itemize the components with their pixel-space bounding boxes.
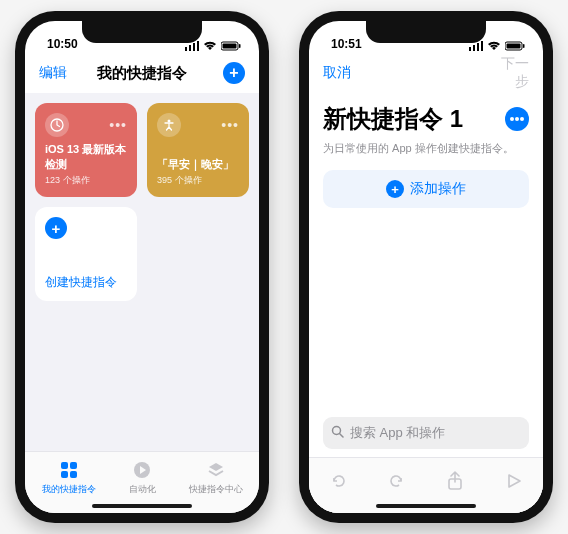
search-field[interactable]: 搜索 App 和操作 <box>323 417 529 449</box>
shortcut-card[interactable]: ••• 「早安｜晚安」 395 个操作 <box>147 103 249 197</box>
svg-rect-15 <box>473 45 475 51</box>
svg-point-8 <box>168 120 171 123</box>
home-indicator[interactable] <box>376 504 476 508</box>
status-indicators <box>469 41 525 51</box>
create-label: 创建快捷指令 <box>45 274 127 291</box>
redo-button[interactable] <box>386 470 408 492</box>
cancel-button[interactable]: 取消 <box>323 64 363 82</box>
tab-label: 快捷指令中心 <box>189 483 243 496</box>
next-button[interactable]: 下一步 <box>489 55 529 91</box>
tab-label: 自动化 <box>129 483 156 496</box>
create-shortcut-card[interactable]: + 创建快捷指令 <box>35 207 137 301</box>
page-title: 我的快捷指令 <box>79 64 205 83</box>
svg-rect-20 <box>523 44 525 48</box>
screen-left: 10:50 编辑 我的快捷指令 + <box>25 21 259 513</box>
svg-rect-3 <box>197 41 199 51</box>
more-icon[interactable]: ••• <box>221 117 239 133</box>
more-icon[interactable]: ••• <box>109 117 127 133</box>
status-time: 10:51 <box>331 37 362 51</box>
home-indicator[interactable] <box>92 504 192 508</box>
status-indicators <box>185 41 241 51</box>
svg-line-25 <box>340 434 344 438</box>
phone-left: 10:50 编辑 我的快捷指令 + <box>15 11 269 523</box>
nav-bar: 取消 下一步 <box>309 53 543 93</box>
plus-icon: + <box>223 62 245 84</box>
shortcut-card[interactable]: ••• iOS 13 最新版本检测 123 个操作 <box>35 103 137 197</box>
share-button[interactable] <box>444 470 466 492</box>
battery-icon <box>221 41 241 51</box>
shortcut-sub: 123 个操作 <box>45 174 127 187</box>
shortcut-title: 「早安｜晚安」 <box>157 157 239 172</box>
shortcut-sub: 395 个操作 <box>157 174 239 187</box>
shortcuts-icon <box>58 459 80 481</box>
svg-rect-11 <box>61 471 68 478</box>
gallery-icon <box>205 459 227 481</box>
shortcuts-grid: ••• iOS 13 最新版本检测 123 个操作 ••• 「早安｜晚安」 39… <box>35 103 249 301</box>
notch <box>82 21 202 43</box>
shortcut-header: 新快捷指令 1 为日常使用的 App 操作创建快捷指令。 <box>309 93 543 156</box>
shortcut-name: 新快捷指令 1 <box>323 103 463 135</box>
add-shortcut-button[interactable]: + <box>205 62 245 84</box>
shortcut-title: iOS 13 最新版本检测 <box>45 142 127 172</box>
nav-bar: 编辑 我的快捷指令 + <box>25 53 259 93</box>
tab-automation[interactable]: 自动化 <box>129 459 156 496</box>
svg-rect-14 <box>469 47 471 51</box>
svg-point-22 <box>515 117 519 121</box>
shortcut-subtitle: 为日常使用的 App 操作创建快捷指令。 <box>323 141 529 156</box>
tab-label: 我的快捷指令 <box>42 483 96 496</box>
notch <box>366 21 486 43</box>
play-button[interactable] <box>503 470 525 492</box>
svg-rect-5 <box>223 44 237 49</box>
phone-right: 10:51 取消 下一步 新快捷指令 1 <box>299 11 553 523</box>
svg-rect-9 <box>61 462 68 469</box>
wifi-icon <box>487 41 501 51</box>
battery-icon <box>505 41 525 51</box>
wifi-icon <box>203 41 217 51</box>
svg-point-23 <box>520 117 524 121</box>
svg-rect-12 <box>70 471 77 478</box>
svg-rect-10 <box>70 462 77 469</box>
shortcuts-content: ••• iOS 13 最新版本检测 123 个操作 ••• 「早安｜晚安」 39… <box>25 93 259 451</box>
clock-icon <box>45 113 69 137</box>
screen-right: 10:51 取消 下一步 新快捷指令 1 <box>309 21 543 513</box>
plus-icon: + <box>45 217 67 239</box>
svg-rect-16 <box>477 43 479 51</box>
plus-icon: + <box>386 180 404 198</box>
svg-rect-19 <box>507 44 521 49</box>
search-icon <box>331 425 344 441</box>
svg-rect-17 <box>481 41 483 51</box>
search-placeholder: 搜索 App 和操作 <box>350 424 445 442</box>
svg-rect-2 <box>193 43 195 51</box>
edit-button[interactable]: 编辑 <box>39 64 79 82</box>
svg-rect-6 <box>239 44 241 48</box>
editor-content: 搜索 App 和操作 <box>309 208 543 513</box>
tab-shortcuts[interactable]: 我的快捷指令 <box>42 459 96 496</box>
automation-icon <box>131 459 153 481</box>
add-action-label: 添加操作 <box>410 180 466 198</box>
add-action-button[interactable]: + 添加操作 <box>323 170 529 208</box>
svg-rect-0 <box>185 47 187 51</box>
svg-rect-1 <box>189 45 191 51</box>
tab-gallery[interactable]: 快捷指令中心 <box>189 459 243 496</box>
svg-point-21 <box>510 117 514 121</box>
status-time: 10:50 <box>47 37 78 51</box>
undo-button[interactable] <box>327 470 349 492</box>
settings-icon[interactable] <box>505 107 529 131</box>
accessibility-icon <box>157 113 181 137</box>
